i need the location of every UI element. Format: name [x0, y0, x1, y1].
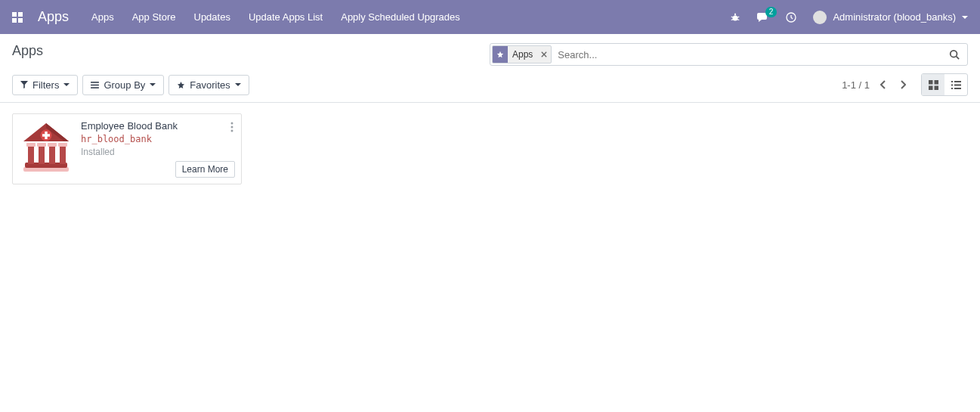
- svg-rect-36: [48, 143, 57, 147]
- kanban-view-button[interactable]: [922, 74, 944, 95]
- search-button[interactable]: [943, 45, 966, 64]
- cp-right-controls: 1-1 / 1: [842, 73, 968, 96]
- breadcrumb: Apps: [12, 43, 490, 66]
- app-technical-name: hr_blood_bank: [81, 134, 235, 144]
- control-panel: Apps Apps Filters: [0, 34, 980, 103]
- svg-rect-30: [28, 146, 34, 164]
- chevron-right-icon: [900, 80, 906, 89]
- nav-updates[interactable]: Updates: [194, 11, 230, 23]
- app-title: Employee Blood Bank: [81, 120, 235, 132]
- svg-rect-26: [951, 88, 953, 89]
- search-options: Filters Group By Favorites: [12, 73, 490, 96]
- activities-button[interactable]: [786, 12, 796, 23]
- svg-line-9: [737, 19, 740, 20]
- svg-rect-42: [42, 134, 50, 136]
- groupby-button[interactable]: Group By: [82, 75, 164, 95]
- nav-app-store[interactable]: App Store: [132, 11, 176, 23]
- star-icon: [496, 51, 504, 58]
- svg-rect-23: [954, 81, 961, 82]
- svg-rect-34: [26, 143, 36, 147]
- app-status: Installed: [81, 147, 235, 157]
- nav-apply-scheduled[interactable]: Apply Scheduled Upgrades: [341, 11, 460, 23]
- svg-rect-32: [49, 146, 55, 164]
- svg-rect-31: [39, 146, 45, 164]
- filters-button[interactable]: Filters: [12, 75, 78, 95]
- pager: 1-1 / 1: [842, 77, 909, 92]
- kanban-icon: [929, 80, 938, 90]
- bank-building-icon: [19, 120, 73, 175]
- svg-rect-22: [951, 81, 953, 82]
- svg-line-7: [737, 17, 740, 17]
- svg-point-4: [733, 15, 738, 20]
- card-body: Employee Blood Bank hr_blood_bank Instal…: [81, 120, 235, 178]
- groupby-label: Group By: [104, 79, 145, 91]
- svg-rect-37: [58, 143, 67, 147]
- main-navbar: Apps Apps App Store Updates Update Apps …: [0, 0, 980, 34]
- pager-next[interactable]: [897, 77, 909, 92]
- card-actions: Learn More: [81, 161, 235, 178]
- bug-icon: [730, 12, 740, 23]
- systray: 2 Administrator (blood_banks): [730, 11, 968, 24]
- svg-rect-24: [951, 84, 953, 85]
- app-card[interactable]: Employee Blood Bank hr_blood_bank Instal…: [12, 113, 242, 184]
- facet-label: Apps: [508, 46, 537, 63]
- message-count-badge: 2: [765, 7, 778, 17]
- svg-rect-1: [18, 12, 23, 17]
- svg-rect-5: [735, 13, 737, 15]
- pager-value[interactable]: 1-1 / 1: [842, 79, 870, 91]
- svg-rect-21: [934, 85, 938, 90]
- svg-point-13: [951, 51, 957, 57]
- nav-update-apps-list[interactable]: Update Apps List: [249, 11, 323, 23]
- svg-rect-35: [37, 143, 46, 147]
- messaging-button[interactable]: 2: [757, 12, 769, 23]
- facet-remove[interactable]: [537, 46, 551, 63]
- caret-down-icon: [150, 83, 156, 86]
- caret-down-icon: [235, 83, 241, 86]
- close-icon: [541, 51, 547, 57]
- svg-rect-19: [934, 80, 938, 85]
- svg-point-44: [231, 126, 233, 129]
- svg-line-8: [731, 19, 734, 20]
- app-brand[interactable]: Apps: [35, 9, 91, 25]
- search-facet-apps: Apps: [492, 45, 552, 64]
- user-name: Administrator (blood_banks): [833, 11, 956, 23]
- search-icon: [949, 49, 960, 60]
- avatar: [813, 11, 827, 24]
- app-icon: [19, 120, 73, 175]
- nav-apps[interactable]: Apps: [91, 11, 114, 23]
- list-icon: [91, 82, 99, 88]
- svg-rect-2: [12, 18, 17, 23]
- star-icon: [177, 81, 185, 89]
- svg-point-43: [231, 122, 233, 125]
- svg-rect-3: [18, 18, 23, 23]
- kanban-view: Employee Blood Bank hr_blood_bank Instal…: [0, 103, 980, 195]
- navbar-menu: Apps App Store Updates Update Apps List …: [91, 11, 730, 23]
- funnel-icon: [20, 81, 28, 88]
- apps-grid-icon: [12, 12, 23, 23]
- caret-down-icon: [63, 83, 70, 86]
- chevron-left-icon: [880, 80, 886, 89]
- svg-rect-18: [929, 80, 933, 85]
- pager-prev[interactable]: [877, 77, 889, 92]
- svg-line-6: [731, 17, 734, 17]
- svg-rect-33: [60, 146, 66, 164]
- card-kebab-menu[interactable]: [230, 122, 233, 132]
- user-menu[interactable]: Administrator (blood_banks): [813, 11, 968, 24]
- favorites-button[interactable]: Favorites: [168, 75, 249, 95]
- search-input[interactable]: [555, 45, 943, 64]
- svg-rect-0: [12, 12, 17, 17]
- kebab-icon: [230, 122, 233, 132]
- svg-rect-25: [954, 84, 961, 85]
- facet-star: [493, 46, 508, 63]
- svg-rect-27: [954, 88, 961, 89]
- apps-launcher-button[interactable]: [0, 0, 35, 34]
- search-view[interactable]: Apps: [490, 43, 968, 66]
- svg-line-14: [957, 57, 960, 60]
- list-view-icon: [951, 81, 961, 89]
- filters-label: Filters: [32, 79, 59, 91]
- debug-button[interactable]: [730, 12, 740, 23]
- list-view-button[interactable]: [944, 74, 967, 95]
- clock-icon: [786, 12, 796, 23]
- learn-more-button[interactable]: Learn More: [175, 161, 235, 178]
- svg-point-45: [231, 130, 233, 132]
